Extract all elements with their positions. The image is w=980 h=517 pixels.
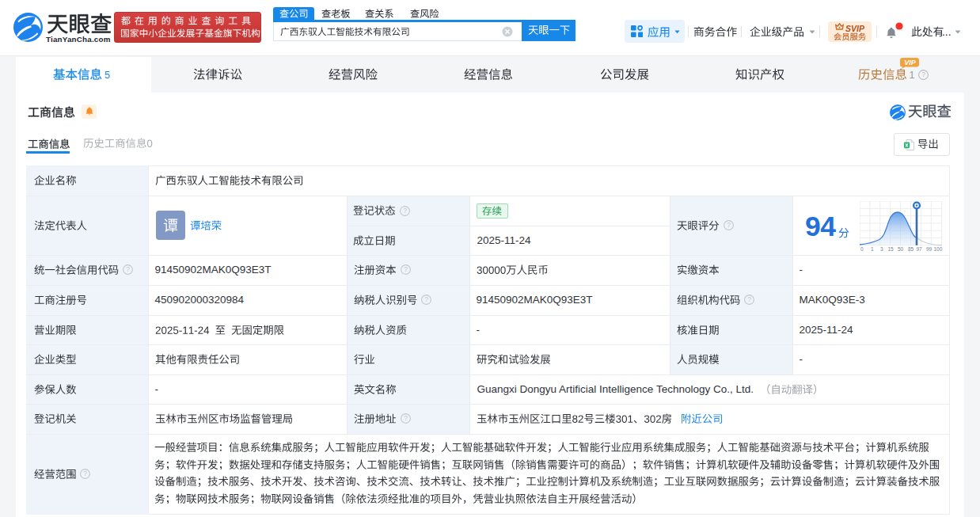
svg-text:?: ? <box>403 207 407 215</box>
svg-text:?: ? <box>83 470 87 478</box>
svg-text:?: ? <box>425 295 429 303</box>
svg-text:?: ? <box>126 266 130 274</box>
svg-text:?: ? <box>727 221 731 229</box>
svg-text:?: ? <box>404 415 408 423</box>
svg-text:?: ? <box>404 266 408 274</box>
svg-text:?: ? <box>921 70 925 78</box>
svg-text:?: ? <box>748 295 752 303</box>
svg-text:VIP: VIP <box>904 59 917 67</box>
